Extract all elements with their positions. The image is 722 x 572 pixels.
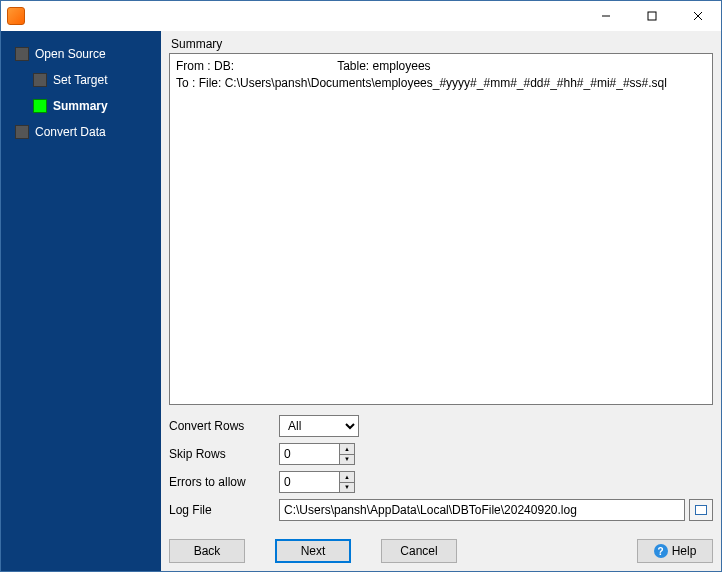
- cancel-button[interactable]: Cancel: [381, 539, 457, 563]
- section-title: Summary: [169, 37, 713, 51]
- logfile-browse-button[interactable]: [689, 499, 713, 521]
- sidebar-item-open-source[interactable]: Open Source: [11, 41, 161, 67]
- sidebar-item-label: Set Target: [53, 73, 107, 87]
- button-bar: Back Next Cancel ? Help: [169, 539, 713, 563]
- sidebar-item-label: Summary: [53, 99, 108, 113]
- errors-input[interactable]: [279, 471, 339, 493]
- app-icon: [7, 7, 25, 25]
- convert-rows-select[interactable]: All: [279, 415, 359, 437]
- sidebar-item-label: Open Source: [35, 47, 106, 61]
- logfile-label: Log File: [169, 503, 279, 517]
- help-button[interactable]: ? Help: [637, 539, 713, 563]
- step-marker-icon: [33, 99, 47, 113]
- errors-up[interactable]: ▲: [339, 471, 355, 482]
- skip-rows-input[interactable]: [279, 443, 339, 465]
- step-marker-icon: [33, 73, 47, 87]
- convert-rows-label: Convert Rows: [169, 419, 279, 433]
- skip-rows-label: Skip Rows: [169, 447, 279, 461]
- main-panel: Summary From : DB: Table: employees To :…: [161, 31, 721, 571]
- errors-down[interactable]: ▼: [339, 482, 355, 494]
- wizard-sidebar: Open Source Set Target Summary Convert D…: [1, 31, 161, 571]
- back-button[interactable]: Back: [169, 539, 245, 563]
- summary-line-from: From : DB: Table: employees: [176, 58, 706, 75]
- minimize-button[interactable]: [583, 1, 629, 31]
- skip-rows-down[interactable]: ▼: [339, 454, 355, 466]
- folder-icon: [695, 505, 707, 515]
- maximize-button[interactable]: [629, 1, 675, 31]
- sidebar-item-convert-data[interactable]: Convert Data: [11, 119, 161, 145]
- next-button[interactable]: Next: [275, 539, 351, 563]
- summary-line-to: To : File: C:\Users\pansh\Documents\empl…: [176, 75, 706, 92]
- logfile-input[interactable]: [279, 499, 685, 521]
- sidebar-item-summary[interactable]: Summary: [11, 93, 161, 119]
- step-marker-icon: [15, 47, 29, 61]
- step-marker-icon: [15, 125, 29, 139]
- help-icon: ?: [654, 544, 668, 558]
- svg-rect-1: [648, 12, 656, 20]
- sidebar-item-set-target[interactable]: Set Target: [11, 67, 161, 93]
- titlebar: [1, 1, 721, 31]
- skip-rows-up[interactable]: ▲: [339, 443, 355, 454]
- sidebar-item-label: Convert Data: [35, 125, 106, 139]
- options-panel: Convert Rows All Skip Rows ▲ ▼ Errors to…: [169, 415, 713, 527]
- errors-label: Errors to allow: [169, 475, 279, 489]
- summary-textbox[interactable]: From : DB: Table: employees To : File: C…: [169, 53, 713, 405]
- window-controls: [583, 1, 721, 31]
- close-button[interactable]: [675, 1, 721, 31]
